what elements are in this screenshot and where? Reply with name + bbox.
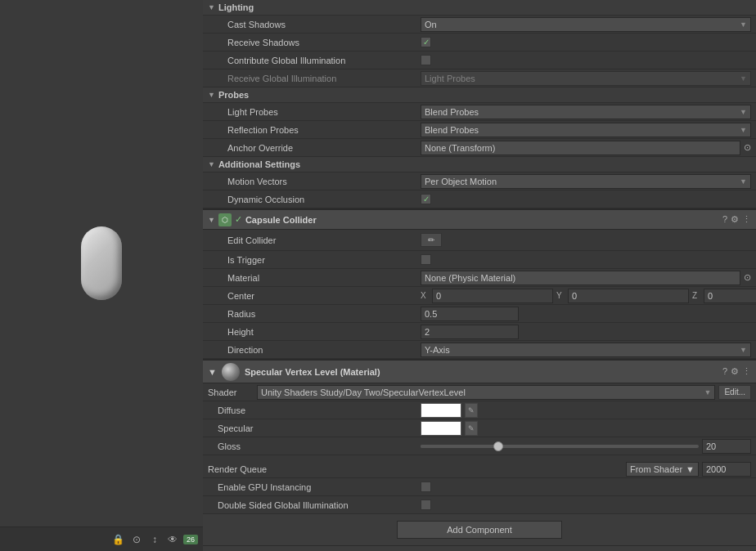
specular-color-swatch[interactable]: [421, 421, 461, 436]
diffuse-color-swatch[interactable]: [421, 403, 461, 418]
edit-collider-value: ✏: [421, 233, 751, 247]
shader-dropdown[interactable]: Unity Shaders Study/Day Two/SpecularVert…: [257, 385, 715, 400]
diffuse-label: Diffuse: [208, 405, 421, 415]
receive-shadows-checkbox[interactable]: ✓: [421, 37, 431, 47]
collider-check[interactable]: ✓: [235, 214, 242, 225]
motion-vectors-row: Motion Vectors Per Object Motion ▼: [203, 172, 756, 190]
double-sided-checkbox[interactable]: ✓: [421, 499, 431, 510]
add-component-button[interactable]: Add Component: [397, 521, 562, 539]
scene-icon[interactable]: ⊙: [129, 532, 144, 547]
capsule-preview: [81, 226, 122, 300]
inspector-panel: ▼ Lighting Cast Shadows On ▼ Receive Sha…: [203, 0, 756, 551]
light-probes-dropdown[interactable]: Blend Probes ▼: [421, 105, 751, 119]
edit-collider-button[interactable]: ✏: [421, 233, 442, 247]
material-arrow: ▼: [208, 367, 217, 377]
collider-buttons: ? ⚙ ⋮: [722, 214, 751, 225]
center-row: Center X Y Z: [203, 287, 756, 305]
is-trigger-value: ✓: [421, 254, 751, 265]
receive-shadows-label: Receive Shadows: [208, 38, 421, 47]
anchor-override-dropdown[interactable]: None (Transform): [421, 141, 740, 155]
receive-shadows-value: ✓: [421, 37, 751, 47]
render-queue-controls: From Shader ▼: [626, 462, 751, 477]
material-help-icon[interactable]: ?: [722, 366, 727, 377]
shader-value: Unity Shaders Study/Day Two/SpecularVert…: [261, 387, 466, 397]
additional-settings-arrow: ▼: [208, 160, 215, 168]
material-component-header[interactable]: ▼ Specular Vertex Level (Material) ? ⚙ ⋮: [203, 359, 756, 383]
shader-row: Shader Unity Shaders Study/Day Two/Specu…: [203, 383, 756, 401]
cast-shadows-dropdown[interactable]: On ▼: [421, 17, 751, 32]
gloss-row: Gloss: [203, 437, 756, 455]
direction-label: Direction: [208, 345, 421, 355]
enable-gpu-checkbox[interactable]: ✓: [421, 482, 431, 492]
add-component-row: Add Component: [203, 514, 756, 545]
motion-vectors-dropdown[interactable]: Per Object Motion ▼: [421, 174, 751, 189]
contribute-gi-value: ✓: [421, 55, 751, 65]
gloss-input[interactable]: [702, 439, 751, 454]
collider-menu-icon[interactable]: ⋮: [742, 214, 751, 225]
reflection-probes-option: Blend Probes: [425, 125, 479, 135]
render-queue-value-input[interactable]: [702, 462, 751, 477]
physic-material-target-icon[interactable]: ⊙: [744, 272, 751, 283]
anchor-target-icon[interactable]: ⊙: [744, 142, 751, 153]
probes-section-header[interactable]: ▼ Probes: [203, 87, 756, 103]
center-y-input[interactable]: [568, 289, 689, 303]
double-sided-label: Double Sided Global Illumination: [208, 500, 421, 510]
radius-input[interactable]: [421, 307, 519, 321]
lock-icon[interactable]: 🔒: [111, 532, 126, 547]
specular-label: Specular: [208, 423, 421, 433]
is-trigger-checkbox[interactable]: ✓: [421, 254, 431, 265]
additional-settings-header[interactable]: ▼ Additional Settings: [203, 157, 756, 172]
double-sided-value: ✓: [421, 499, 751, 510]
lighting-arrow: ▼: [208, 3, 215, 11]
lighting-section-header[interactable]: ▼ Lighting: [203, 0, 756, 16]
physic-material-dropdown[interactable]: None (Physic Material): [421, 271, 740, 285]
eye-icon[interactable]: 👁: [165, 532, 180, 547]
watermark: CSDN @晚安黎明: [203, 545, 756, 551]
render-queue-mode: From Shader: [630, 464, 682, 474]
shader-edit-button[interactable]: Edit...: [718, 385, 751, 400]
height-row: Height: [203, 323, 756, 341]
reflection-probes-row: Reflection Probes Blend Probes ▼: [203, 121, 756, 139]
dynamic-occlusion-checkbox[interactable]: ✓: [421, 194, 431, 204]
anchor-override-option: None (Transform): [425, 143, 495, 153]
center-x-label: X: [421, 291, 429, 300]
dynamic-occlusion-row: Dynamic Occlusion ✓: [203, 190, 756, 208]
receive-gi-row: Receive Global Illumination Light Probes…: [203, 69, 756, 87]
height-value: [421, 325, 751, 339]
direction-dropdown[interactable]: Y-Axis ▼: [421, 343, 751, 357]
center-label: Center: [208, 291, 421, 301]
edit-collider-label: Edit Collider: [208, 235, 421, 245]
gloss-label: Gloss: [208, 441, 421, 451]
material-menu-icon[interactable]: ⋮: [742, 366, 751, 377]
direction-row: Direction Y-Axis ▼: [203, 341, 756, 359]
receive-shadows-row: Receive Shadows ✓: [203, 34, 756, 52]
render-queue-label: Render Queue: [208, 464, 626, 474]
collider-settings-icon[interactable]: ⚙: [731, 214, 739, 225]
diffuse-picker-icon[interactable]: ✎: [465, 403, 478, 418]
material-settings-icon[interactable]: ⚙: [731, 366, 739, 377]
render-queue-mode-dropdown[interactable]: From Shader ▼: [626, 462, 699, 477]
collider-help-icon[interactable]: ?: [722, 214, 727, 225]
gloss-slider-track[interactable]: [421, 445, 699, 448]
render-queue-mode-arrow: ▼: [686, 464, 695, 474]
reflection-probes-arrow: ▼: [740, 126, 747, 134]
cast-shadows-value: On ▼: [421, 17, 751, 32]
physic-material-option: None (Physic Material): [425, 273, 515, 283]
layer-badge[interactable]: 26: [183, 535, 198, 544]
receive-gi-value: Light Probes ▼: [421, 71, 751, 86]
cast-shadows-option: On: [425, 20, 437, 29]
center-x-input[interactable]: [432, 289, 553, 303]
contribute-gi-checkbox[interactable]: ✓: [421, 55, 431, 65]
specular-picker-icon[interactable]: ✎: [465, 421, 478, 436]
reflection-probes-dropdown[interactable]: Blend Probes ▼: [421, 123, 751, 137]
center-z-input[interactable]: [704, 289, 756, 303]
capsule-collider-header[interactable]: ▼ ⬡ ✓ Capsule Collider ? ⚙ ⋮: [203, 208, 756, 230]
gloss-slider-thumb[interactable]: [493, 441, 503, 451]
height-input[interactable]: [421, 325, 519, 339]
pivot-icon[interactable]: ↕: [147, 532, 162, 547]
edit-collider-pencil-icon: ✏: [428, 235, 434, 244]
shader-arrow: ▼: [704, 388, 712, 396]
direction-arrow: ▼: [740, 346, 747, 354]
probes-label: Probes: [218, 90, 249, 100]
radius-label: Radius: [208, 309, 421, 319]
